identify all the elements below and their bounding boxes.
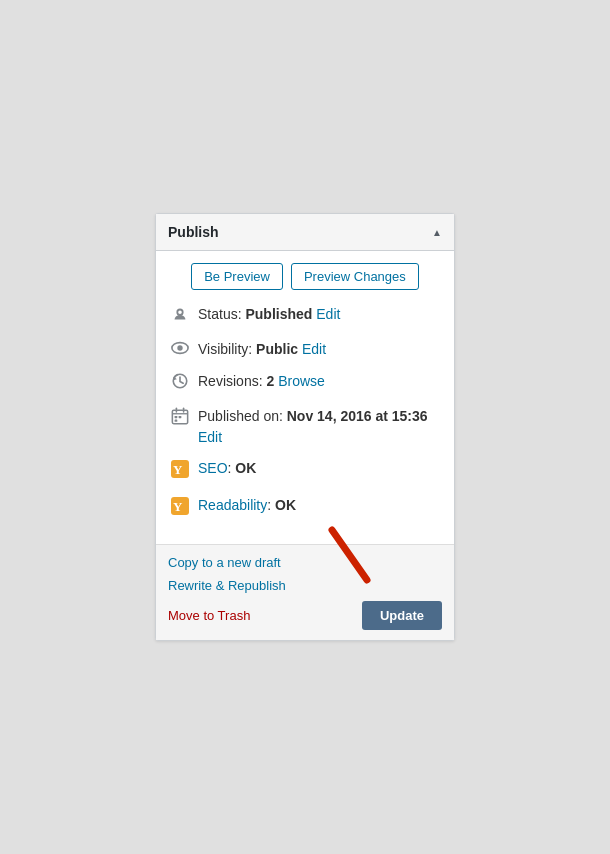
eye-icon	[170, 340, 190, 361]
revisions-content: Revisions: 2 Browse	[198, 371, 440, 392]
revisions-value: 2	[266, 373, 274, 389]
seo-row: Y SEO: OK	[170, 458, 440, 485]
visibility-value: Public	[256, 341, 298, 357]
svg-rect-11	[175, 420, 178, 422]
svg-text:Y: Y	[173, 462, 183, 477]
copy-draft-link[interactable]: Copy to a new draft	[168, 555, 442, 570]
svg-point-2	[177, 345, 182, 350]
revisions-label: Revisions:	[198, 373, 263, 389]
preview-changes-button[interactable]: Preview Changes	[291, 263, 419, 290]
be-preview-button[interactable]: Be Preview	[191, 263, 283, 290]
panel-header: Publish ▲	[156, 214, 454, 251]
panel-title: Publish	[168, 224, 219, 240]
revisions-browse-link[interactable]: Browse	[278, 373, 325, 389]
svg-point-0	[177, 310, 182, 315]
readability-value: OK	[275, 497, 296, 513]
status-label: Status:	[198, 306, 242, 322]
meta-rows: Status: Published Edit Visibility: Publi…	[168, 304, 442, 522]
revisions-row: Revisions: 2 Browse	[170, 371, 440, 396]
svg-rect-10	[179, 416, 182, 418]
panel-footer: Copy to a new draft Rewrite & Republish …	[156, 544, 454, 640]
button-row: Be Preview Preview Changes	[168, 263, 442, 290]
published-edit-link[interactable]: Edit	[198, 429, 222, 445]
seo-value: OK	[235, 460, 256, 476]
status-value: Published	[245, 306, 312, 322]
readability-colon: :	[267, 497, 275, 513]
publish-panel: Publish ▲ Be Preview Preview Changes Sta…	[155, 213, 455, 641]
visibility-label: Visibility:	[198, 341, 252, 357]
published-row: Published on: Nov 14, 2016 at 15:36 Edit	[170, 406, 440, 448]
update-button[interactable]: Update	[362, 601, 442, 630]
published-content: Published on: Nov 14, 2016 at 15:36 Edit	[198, 406, 440, 448]
visibility-content: Visibility: Public Edit	[198, 339, 440, 360]
footer-actions: Copy to a new draft Rewrite & Republish …	[168, 555, 442, 630]
status-row: Status: Published Edit	[170, 304, 440, 329]
status-content: Status: Published Edit	[198, 304, 440, 325]
footer-bottom: Move to Trash Update	[168, 601, 442, 630]
history-icon	[170, 372, 190, 396]
calendar-icon	[170, 407, 190, 431]
svg-text:Y: Y	[173, 499, 183, 514]
seo-link[interactable]: SEO	[198, 460, 228, 476]
yoast-readability-icon: Y	[170, 496, 190, 522]
published-value: Nov 14, 2016 at 15:36	[287, 408, 428, 424]
readability-link[interactable]: Readability	[198, 497, 267, 513]
yoast-seo-icon: Y	[170, 459, 190, 485]
status-edit-link[interactable]: Edit	[316, 306, 340, 322]
readability-row: Y Readability: OK	[170, 495, 440, 522]
seo-content: SEO: OK	[198, 458, 440, 479]
toggle-icon[interactable]: ▲	[432, 227, 442, 238]
rewrite-republish-link[interactable]: Rewrite & Republish	[168, 578, 442, 593]
visibility-edit-link[interactable]: Edit	[302, 341, 326, 357]
visibility-row: Visibility: Public Edit	[170, 339, 440, 361]
pin-icon	[170, 305, 190, 329]
move-to-trash-link[interactable]: Move to Trash	[168, 608, 250, 623]
svg-rect-9	[175, 416, 178, 418]
panel-body: Be Preview Preview Changes Status: Publi…	[156, 251, 454, 544]
published-label: Published on:	[198, 408, 283, 424]
readability-content: Readability: OK	[198, 495, 440, 516]
